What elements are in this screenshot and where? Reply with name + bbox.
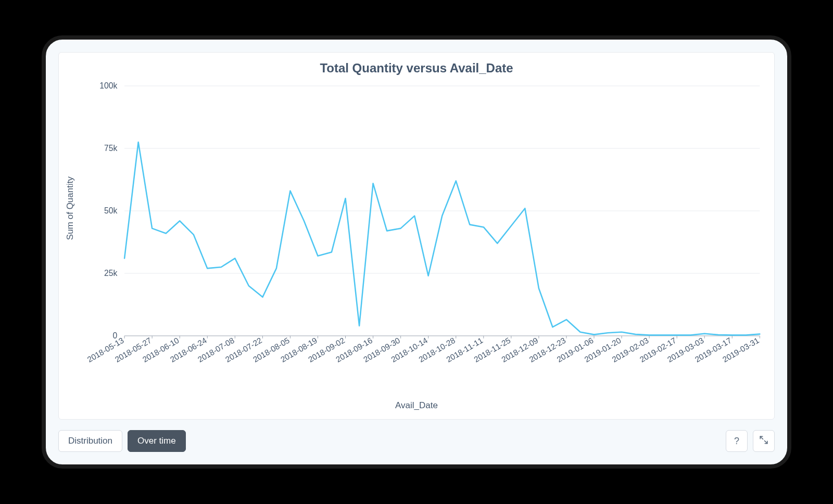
chart-title: Total Quantity versus Avail_Date	[63, 61, 770, 75]
svg-text:100k: 100k	[99, 81, 117, 90]
y-axis-label: Sum of Quantity	[65, 177, 75, 240]
expand-icon	[759, 435, 768, 447]
svg-text:50k: 50k	[104, 206, 117, 215]
chart-area: Sum of Quantity 025k50k75k100k2018-05-13…	[63, 81, 770, 404]
line-chart: 025k50k75k100k2018-05-132018-05-272018-0…	[63, 81, 770, 404]
device-frame: Total Quantity versus Avail_Date Sum of …	[42, 35, 791, 469]
help-icon: ?	[734, 436, 739, 447]
help-button[interactable]: ?	[726, 430, 748, 452]
y-axis-label-wrap: Sum of Quantity	[63, 81, 78, 336]
svg-text:75k: 75k	[104, 144, 117, 153]
over-time-button[interactable]: Over time	[128, 430, 186, 452]
distribution-button[interactable]: Distribution	[58, 430, 122, 452]
expand-button[interactable]	[753, 430, 775, 452]
chart-card: Total Quantity versus Avail_Date Sum of …	[58, 52, 775, 420]
line-series	[124, 142, 760, 335]
svg-text:25k: 25k	[104, 269, 117, 278]
chart-controls-bar: Distribution Over time ?	[58, 430, 775, 452]
